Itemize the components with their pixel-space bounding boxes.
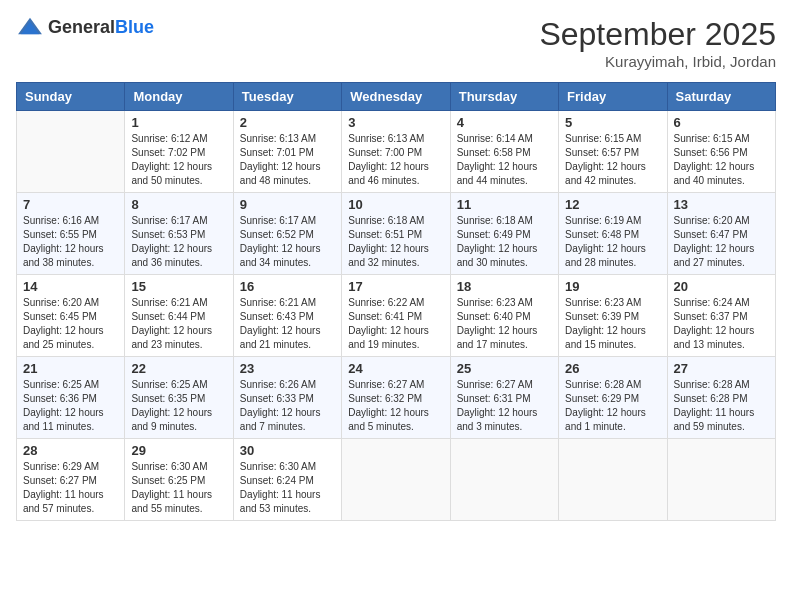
day-number: 7 [23,197,118,212]
day-info: Sunrise: 6:12 AMSunset: 7:02 PMDaylight:… [131,132,226,188]
day-number: 14 [23,279,118,294]
calendar-cell: 6Sunrise: 6:15 AMSunset: 6:56 PMDaylight… [667,111,775,193]
calendar-cell: 3Sunrise: 6:13 AMSunset: 7:00 PMDaylight… [342,111,450,193]
calendar-week-5: 28Sunrise: 6:29 AMSunset: 6:27 PMDayligh… [17,439,776,521]
day-number: 20 [674,279,769,294]
calendar-cell: 16Sunrise: 6:21 AMSunset: 6:43 PMDayligh… [233,275,341,357]
weekday-header-thursday: Thursday [450,83,558,111]
day-number: 17 [348,279,443,294]
day-info: Sunrise: 6:23 AMSunset: 6:40 PMDaylight:… [457,296,552,352]
calendar-cell: 9Sunrise: 6:17 AMSunset: 6:52 PMDaylight… [233,193,341,275]
day-number: 13 [674,197,769,212]
title-section: September 2025 Kurayyimah, Irbid, Jordan [539,16,776,70]
day-number: 3 [348,115,443,130]
day-number: 12 [565,197,660,212]
day-info: Sunrise: 6:25 AMSunset: 6:35 PMDaylight:… [131,378,226,434]
calendar-cell: 30Sunrise: 6:30 AMSunset: 6:24 PMDayligh… [233,439,341,521]
day-number: 29 [131,443,226,458]
day-info: Sunrise: 6:17 AMSunset: 6:52 PMDaylight:… [240,214,335,270]
day-number: 6 [674,115,769,130]
day-number: 10 [348,197,443,212]
day-number: 18 [457,279,552,294]
day-number: 22 [131,361,226,376]
day-number: 9 [240,197,335,212]
weekday-header-tuesday: Tuesday [233,83,341,111]
calendar-cell: 27Sunrise: 6:28 AMSunset: 6:28 PMDayligh… [667,357,775,439]
calendar-week-3: 14Sunrise: 6:20 AMSunset: 6:45 PMDayligh… [17,275,776,357]
day-number: 28 [23,443,118,458]
weekday-header-wednesday: Wednesday [342,83,450,111]
day-info: Sunrise: 6:28 AMSunset: 6:28 PMDaylight:… [674,378,769,434]
calendar-cell: 10Sunrise: 6:18 AMSunset: 6:51 PMDayligh… [342,193,450,275]
day-info: Sunrise: 6:27 AMSunset: 6:31 PMDaylight:… [457,378,552,434]
day-info: Sunrise: 6:23 AMSunset: 6:39 PMDaylight:… [565,296,660,352]
calendar-cell: 1Sunrise: 6:12 AMSunset: 7:02 PMDaylight… [125,111,233,193]
day-info: Sunrise: 6:27 AMSunset: 6:32 PMDaylight:… [348,378,443,434]
day-number: 1 [131,115,226,130]
day-number: 26 [565,361,660,376]
calendar-cell: 15Sunrise: 6:21 AMSunset: 6:44 PMDayligh… [125,275,233,357]
calendar-cell: 11Sunrise: 6:18 AMSunset: 6:49 PMDayligh… [450,193,558,275]
calendar-cell: 2Sunrise: 6:13 AMSunset: 7:01 PMDaylight… [233,111,341,193]
day-number: 11 [457,197,552,212]
page-header: GeneralBlue September 2025 Kurayyimah, I… [16,16,776,70]
day-info: Sunrise: 6:15 AMSunset: 6:56 PMDaylight:… [674,132,769,188]
day-info: Sunrise: 6:26 AMSunset: 6:33 PMDaylight:… [240,378,335,434]
calendar-cell: 23Sunrise: 6:26 AMSunset: 6:33 PMDayligh… [233,357,341,439]
weekday-header-friday: Friday [559,83,667,111]
location-subtitle: Kurayyimah, Irbid, Jordan [539,53,776,70]
calendar-cell: 4Sunrise: 6:14 AMSunset: 6:58 PMDaylight… [450,111,558,193]
day-info: Sunrise: 6:24 AMSunset: 6:37 PMDaylight:… [674,296,769,352]
day-number: 19 [565,279,660,294]
day-info: Sunrise: 6:18 AMSunset: 6:51 PMDaylight:… [348,214,443,270]
day-info: Sunrise: 6:19 AMSunset: 6:48 PMDaylight:… [565,214,660,270]
day-info: Sunrise: 6:25 AMSunset: 6:36 PMDaylight:… [23,378,118,434]
calendar-cell: 17Sunrise: 6:22 AMSunset: 6:41 PMDayligh… [342,275,450,357]
logo: GeneralBlue [16,16,154,38]
calendar-cell [17,111,125,193]
calendar-cell: 22Sunrise: 6:25 AMSunset: 6:35 PMDayligh… [125,357,233,439]
weekday-header-saturday: Saturday [667,83,775,111]
day-info: Sunrise: 6:14 AMSunset: 6:58 PMDaylight:… [457,132,552,188]
day-info: Sunrise: 6:20 AMSunset: 6:47 PMDaylight:… [674,214,769,270]
day-info: Sunrise: 6:30 AMSunset: 6:25 PMDaylight:… [131,460,226,516]
day-number: 5 [565,115,660,130]
weekday-header-sunday: Sunday [17,83,125,111]
calendar-table: SundayMondayTuesdayWednesdayThursdayFrid… [16,82,776,521]
calendar-cell: 13Sunrise: 6:20 AMSunset: 6:47 PMDayligh… [667,193,775,275]
month-title: September 2025 [539,16,776,53]
calendar-cell: 20Sunrise: 6:24 AMSunset: 6:37 PMDayligh… [667,275,775,357]
calendar-week-2: 7Sunrise: 6:16 AMSunset: 6:55 PMDaylight… [17,193,776,275]
day-number: 15 [131,279,226,294]
day-number: 8 [131,197,226,212]
calendar-cell: 18Sunrise: 6:23 AMSunset: 6:40 PMDayligh… [450,275,558,357]
day-info: Sunrise: 6:13 AMSunset: 7:01 PMDaylight:… [240,132,335,188]
day-info: Sunrise: 6:29 AMSunset: 6:27 PMDaylight:… [23,460,118,516]
day-number: 21 [23,361,118,376]
logo-icon [16,16,44,38]
calendar-cell: 25Sunrise: 6:27 AMSunset: 6:31 PMDayligh… [450,357,558,439]
calendar-cell: 29Sunrise: 6:30 AMSunset: 6:25 PMDayligh… [125,439,233,521]
calendar-cell: 5Sunrise: 6:15 AMSunset: 6:57 PMDaylight… [559,111,667,193]
day-info: Sunrise: 6:20 AMSunset: 6:45 PMDaylight:… [23,296,118,352]
calendar-cell: 14Sunrise: 6:20 AMSunset: 6:45 PMDayligh… [17,275,125,357]
day-info: Sunrise: 6:16 AMSunset: 6:55 PMDaylight:… [23,214,118,270]
day-info: Sunrise: 6:21 AMSunset: 6:43 PMDaylight:… [240,296,335,352]
calendar-week-4: 21Sunrise: 6:25 AMSunset: 6:36 PMDayligh… [17,357,776,439]
calendar-cell: 21Sunrise: 6:25 AMSunset: 6:36 PMDayligh… [17,357,125,439]
weekday-header-row: SundayMondayTuesdayWednesdayThursdayFrid… [17,83,776,111]
calendar-cell: 12Sunrise: 6:19 AMSunset: 6:48 PMDayligh… [559,193,667,275]
calendar-cell [667,439,775,521]
day-info: Sunrise: 6:21 AMSunset: 6:44 PMDaylight:… [131,296,226,352]
day-number: 16 [240,279,335,294]
logo-text-blue: Blue [115,17,154,37]
day-number: 25 [457,361,552,376]
day-number: 30 [240,443,335,458]
calendar-cell: 28Sunrise: 6:29 AMSunset: 6:27 PMDayligh… [17,439,125,521]
day-number: 24 [348,361,443,376]
day-number: 23 [240,361,335,376]
day-number: 2 [240,115,335,130]
day-number: 4 [457,115,552,130]
day-info: Sunrise: 6:28 AMSunset: 6:29 PMDaylight:… [565,378,660,434]
calendar-cell: 8Sunrise: 6:17 AMSunset: 6:53 PMDaylight… [125,193,233,275]
